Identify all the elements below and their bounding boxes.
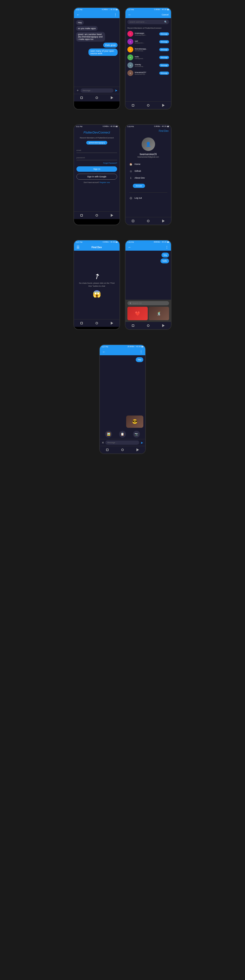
message-btn-2[interactable]: Message [159, 40, 169, 43]
nav-circle-5[interactable] [95, 321, 99, 325]
profile-username: tiwarisanskar26 [126, 153, 171, 156]
nav-square-5[interactable] [80, 321, 84, 325]
member-name-4: hello [135, 56, 158, 58]
gif-grid: ❤️ 🕺 [127, 305, 169, 320]
about-label: About Dev [135, 177, 145, 179]
nav-square-6[interactable] [131, 323, 135, 328]
find-dev-title: Find Dev [91, 246, 102, 249]
gif-search-input[interactable] [132, 302, 167, 304]
nav-square-2[interactable] [131, 103, 135, 108]
nav-back-6[interactable] [161, 323, 165, 328]
member-name-3: theindianapp.. [135, 48, 158, 50]
cancel-label[interactable]: Cancel [162, 13, 169, 16]
bottom-nav-2 [126, 102, 171, 109]
menu-icon-1[interactable]: ⋮ [114, 13, 117, 17]
nav-back-2[interactable] [161, 103, 165, 108]
chat-msg-hey: hey [161, 253, 169, 258]
github-label: Github [135, 170, 141, 172]
nav-back-1[interactable] [110, 95, 114, 100]
nav-circle-4[interactable] [146, 219, 150, 223]
member-info-2: sad dds@gmail.c... [135, 40, 158, 44]
nav-circle-6[interactable] [146, 323, 150, 328]
screen-login: 5:31 PM 0.0KB/s ↑ 40 2G ▮▮ FlutterDevCon… [73, 124, 120, 225]
search-icon[interactable]: 🔍 [164, 21, 167, 23]
gif-thumb-2[interactable]: 🕺 [149, 307, 169, 320]
back-icon-2[interactable]: ← [128, 13, 131, 17]
menu-github[interactable]: ◎ Github [126, 167, 171, 175]
send-icon-1[interactable]: ➤ [115, 88, 118, 92]
email-field [76, 148, 117, 153]
home-icon: 🏠 [129, 162, 132, 166]
message-btn-6[interactable]: Message [159, 72, 169, 75]
chat-msg-hello: hello [161, 258, 169, 263]
nav-square-7[interactable] [105, 448, 110, 452]
donate-button[interactable]: Donate [133, 184, 145, 188]
menu-about[interactable]: ℹ About Dev [126, 175, 171, 181]
message-btn-4[interactable]: Message [159, 56, 169, 59]
status-bar-3: 5:31 PM 0.0KB/s ↑ 40 2G ▮▮ [74, 125, 119, 128]
search-input[interactable] [129, 21, 163, 23]
member-avatar-2: s [127, 39, 133, 45]
message-btn-1[interactable]: Message [159, 32, 169, 35]
send-icon-7[interactable]: ➤ [140, 441, 143, 445]
back-icon-6[interactable]: ← [128, 245, 131, 249]
time-3: 5:31 PM [76, 126, 82, 127]
gif-thumb-1[interactable]: ❤️ [127, 307, 148, 320]
nav-back-7[interactable] [135, 448, 140, 452]
menu-home[interactable]: 🏠 Home [126, 161, 171, 167]
gif-close-icon[interactable]: ✕ [129, 302, 131, 304]
msg-2: so you make apps [76, 26, 98, 31]
menu-icon-6[interactable]: ⋮ [165, 245, 169, 249]
back-icon-7[interactable]: ← [102, 350, 106, 354]
image-attach-icon[interactable]: 🖼️ [105, 431, 112, 438]
message-input-7[interactable] [105, 441, 139, 445]
screen-chat-attach: 5:27 PM 25.6KB/s ↑ 40 2G ▮▮ ← ⋮ hey 😎 🖼️… [99, 344, 146, 454]
gif-search-bar: ✕ [127, 301, 169, 305]
message-input-1[interactable] [81, 88, 113, 92]
nav-back-5[interactable] [110, 321, 114, 325]
logout-item[interactable]: ⏻ Log out [126, 194, 171, 201]
back-icon-1[interactable]: ← [76, 13, 80, 17]
nav-back-4[interactable] [161, 219, 165, 223]
logout-label: Log out [135, 197, 142, 199]
register-link[interactable]: Register now [100, 181, 110, 183]
password-input[interactable] [76, 157, 117, 159]
nav-circle-1[interactable] [95, 95, 99, 100]
sign-in-button[interactable]: Sign In [76, 166, 117, 172]
status-icons-6: 460KB/s ↑ 40 2G ▮▮ [154, 241, 169, 243]
search-bar: 🔍 [127, 20, 169, 24]
member-sub-6: bharatmk257@... [135, 73, 158, 75]
member-item-1: i imakeapps imakeapps@gm... Message [126, 30, 171, 38]
close-icon-7[interactable]: ✕ [102, 441, 104, 444]
media-gif-thumb: 😎 [126, 415, 143, 428]
nav-square-1[interactable] [80, 95, 84, 100]
chat-header: ← ⋮ [74, 11, 119, 18]
members-label: Recent Members of FlutterDevConnect [76, 137, 117, 139]
attach-bar: 🖼️ 📋 📷 [100, 429, 145, 439]
add-icon-1[interactable]: ＋ [76, 88, 80, 92]
empty-chat-body: ↗ No chats found, please click on the "F… [74, 251, 119, 319]
nav-circle-7[interactable] [120, 448, 125, 452]
nav-circle-3[interactable] [95, 213, 99, 218]
menu-icon-5[interactable]: ☰ [76, 245, 80, 249]
member-avatar-6: b [127, 70, 133, 76]
member-item-4: h hello hello@gmail... Message [126, 53, 171, 61]
time-4: 5:26 PM [127, 126, 134, 127]
clip-attach-icon[interactable]: 📋 [119, 431, 126, 438]
forgot-password-link[interactable]: Forgot Password? [76, 162, 117, 164]
member-name-2: sad [135, 40, 158, 42]
nav-circle-2[interactable] [146, 103, 150, 108]
email-input[interactable] [76, 149, 117, 151]
sign-in-google-button[interactable]: Sign In with Google [76, 174, 117, 180]
time-2: 5:27 PM [127, 9, 134, 11]
nav-back-3[interactable] [110, 213, 114, 218]
camera-attach-icon[interactable]: 📷 [133, 431, 140, 438]
nav-square-4[interactable] [131, 219, 135, 223]
menu-icon-7[interactable]: ⋮ [139, 350, 143, 354]
message-btn-3[interactable]: Message [159, 48, 169, 51]
arrow-icon: ↗ [92, 271, 102, 282]
gif-section: ✕ ❤️ 🕺 [126, 300, 171, 322]
msg-1: Hey [76, 20, 84, 25]
nav-square-3[interactable] [80, 213, 84, 218]
message-btn-5[interactable]: Message [159, 64, 169, 67]
